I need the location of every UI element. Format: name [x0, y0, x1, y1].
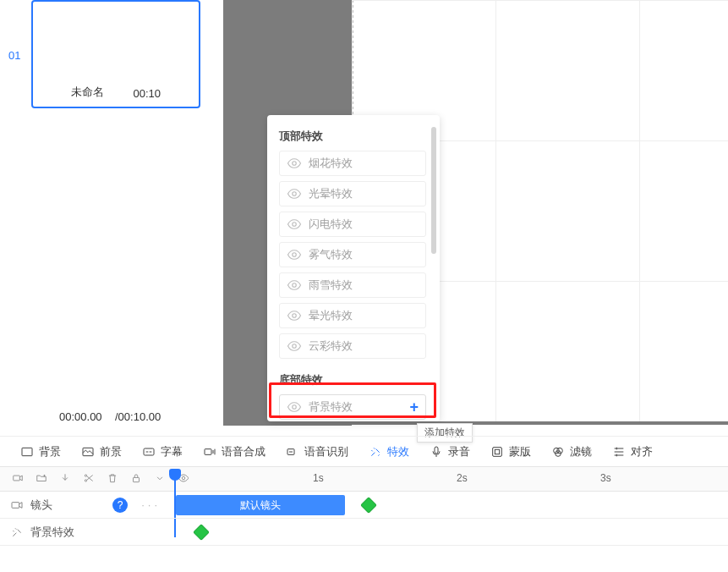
tab-align[interactable]: 对齐 — [612, 444, 653, 459]
effect-label: 光晕特效 — [309, 186, 353, 201]
ruler-tick: 2s — [457, 472, 468, 484]
effect-item-background[interactable]: 背景特效 + — [279, 394, 426, 420]
track-label: 镜头 — [30, 498, 52, 513]
tab-asr[interactable]: 语音识别 — [286, 444, 348, 459]
track-bgfx: 背景特效 — [0, 519, 728, 546]
svg-point-5 — [293, 314, 297, 318]
scissors-icon[interactable] — [83, 472, 95, 487]
timeline-header: 1s 2s 3s — [0, 466, 728, 492]
effect-item-glow[interactable]: 晕光特效 — [279, 303, 426, 328]
clip-card[interactable]: 未命名 00:10 — [31, 0, 200, 108]
effect-label: 闪电特效 — [309, 217, 353, 232]
tab-label: 字幕 — [161, 444, 183, 459]
clip-number: 01 — [8, 49, 20, 62]
tab-label: 对齐 — [631, 444, 653, 459]
eye-icon — [287, 338, 302, 354]
effect-item-fireworks[interactable]: 烟花特效 — [279, 151, 426, 176]
tab-record[interactable]: 录音 — [430, 444, 470, 459]
svg-rect-11 — [205, 448, 211, 454]
time-ruler[interactable]: 1s 2s 3s — [169, 467, 728, 491]
sparkle-icon — [10, 525, 24, 539]
folder-add-icon[interactable] — [36, 472, 47, 487]
effect-label: 雨雪特效 — [309, 278, 353, 293]
effect-item-clouds[interactable]: 云彩特效 — [279, 333, 426, 359]
svg-rect-10 — [144, 448, 154, 455]
effect-item-lightning[interactable]: 闪电特效 — [279, 212, 426, 237]
ruler-tick: 1s — [313, 472, 324, 484]
effects-panel: 顶部特效 烟花特效 光晕特效 闪电特效 雾气特效 雨雪特效 晕光特效 云彩特效 … — [267, 115, 440, 421]
time-total: /00:10.00 — [115, 410, 161, 423]
effect-label: 雾气特效 — [309, 247, 353, 262]
eye-icon — [287, 247, 302, 262]
tab-tts[interactable]: 语音合成 — [203, 444, 265, 459]
svg-point-7 — [293, 405, 297, 410]
tab-label: 特效 — [387, 444, 409, 459]
eye-icon — [287, 217, 302, 232]
tab-filter[interactable]: 滤镜 — [551, 444, 592, 459]
tab-label: 蒙版 — [509, 444, 531, 459]
playhead[interactable] — [169, 466, 181, 492]
toolbar: 背景 前景 字幕 语音合成 语音识别 特效 录音 蒙版 滤镜 对齐 — [0, 436, 728, 466]
panel-scrollbar[interactable] — [431, 127, 436, 254]
tab-label: 语音识别 — [304, 444, 348, 459]
chevron-down-icon[interactable] — [154, 472, 166, 487]
svg-rect-8 — [22, 448, 32, 455]
trash-icon[interactable] — [107, 472, 118, 487]
tab-label: 前景 — [100, 444, 122, 459]
effect-item-rain-snow[interactable]: 雨雪特效 — [279, 272, 426, 298]
tab-foreground[interactable]: 前景 — [81, 444, 122, 459]
svg-point-0 — [293, 162, 297, 166]
arrow-down-icon[interactable] — [59, 472, 71, 487]
lens-clip[interactable]: 默认镜头 — [176, 495, 345, 515]
top-effects-heading: 顶部特效 — [279, 129, 431, 144]
svg-point-2 — [293, 223, 297, 227]
clip-name: 未命名 — [71, 85, 104, 100]
tab-mask[interactable]: 蒙版 — [490, 444, 531, 459]
track-label: 背景特效 — [30, 525, 74, 540]
svg-point-3 — [293, 253, 297, 257]
camera-icon[interactable] — [12, 472, 24, 487]
eye-icon — [287, 186, 302, 201]
camera-icon — [10, 498, 24, 512]
effect-label: 云彩特效 — [309, 338, 353, 354]
eye-icon — [287, 399, 302, 415]
svg-point-20 — [85, 474, 86, 476]
track-dots[interactable]: ··· — [141, 498, 161, 511]
svg-rect-24 — [12, 502, 19, 508]
tab-background[interactable]: 背景 — [20, 444, 61, 459]
eye-icon — [287, 278, 302, 293]
svg-point-1 — [293, 192, 297, 196]
svg-point-6 — [293, 344, 297, 349]
svg-rect-15 — [495, 449, 499, 454]
tab-effects[interactable]: 特效 — [369, 444, 409, 459]
svg-point-4 — [293, 283, 297, 288]
svg-rect-13 — [435, 447, 438, 454]
time-current: 00:00.00 — [59, 410, 102, 423]
tab-label: 滤镜 — [570, 444, 592, 459]
svg-rect-19 — [14, 476, 20, 481]
effect-label: 烟花特效 — [309, 156, 353, 171]
svg-point-21 — [85, 479, 86, 481]
help-icon[interactable]: ? — [112, 498, 128, 513]
tab-label: 录音 — [448, 444, 470, 459]
svg-rect-14 — [493, 447, 502, 456]
svg-rect-22 — [134, 477, 140, 481]
effect-item-halo[interactable]: 光晕特效 — [279, 181, 426, 206]
effect-item-fog[interactable]: 雾气特效 — [279, 242, 426, 267]
bottom-effects-heading: 底部特效 — [279, 372, 431, 388]
eye-icon — [287, 308, 302, 323]
tab-label: 背景 — [39, 444, 61, 459]
timeline-baseline — [223, 421, 728, 425]
tab-subtitle[interactable]: 字幕 — [142, 444, 183, 459]
eye-icon — [287, 156, 302, 171]
clip-duration: 00:10 — [133, 87, 161, 100]
tab-label: 语音合成 — [222, 444, 265, 459]
plus-icon[interactable]: + — [409, 399, 419, 416]
ruler-tick: 3s — [600, 472, 611, 484]
lock-icon[interactable] — [130, 472, 142, 487]
effect-label: 晕光特效 — [309, 308, 353, 323]
effect-label: 背景特效 — [309, 399, 353, 415]
